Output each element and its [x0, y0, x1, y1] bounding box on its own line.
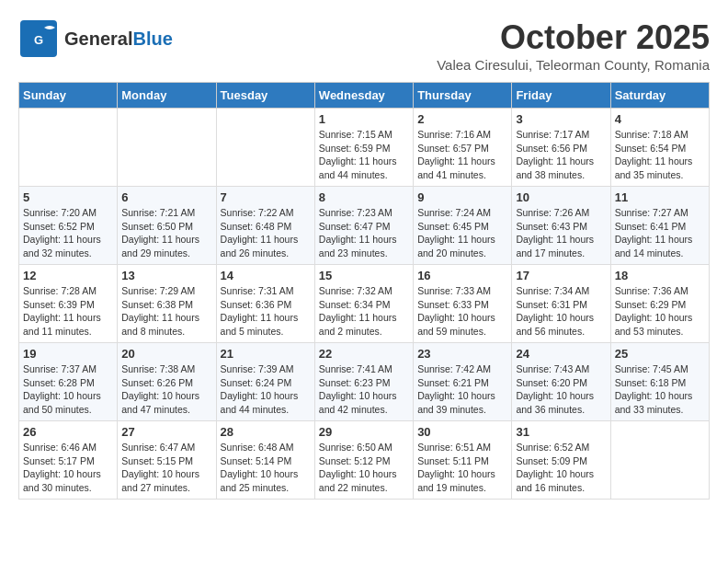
- svg-text:G: G: [34, 33, 43, 47]
- day-number: 5: [23, 190, 113, 204]
- day-number: 10: [516, 190, 606, 204]
- day-info: Sunrise: 7:15 AM Sunset: 6:59 PM Dayligh…: [319, 128, 409, 182]
- weekday-header-tuesday: Tuesday: [216, 83, 314, 109]
- calendar-cell: 1Sunrise: 7:15 AM Sunset: 6:59 PM Daylig…: [314, 109, 413, 187]
- day-number: 15: [319, 269, 409, 282]
- logo-blue: Blue: [132, 29, 172, 49]
- day-info: Sunrise: 6:52 AM Sunset: 5:09 PM Dayligh…: [516, 441, 606, 495]
- day-number: 31: [516, 425, 606, 439]
- calendar-week-row: 5Sunrise: 7:20 AM Sunset: 6:52 PM Daylig…: [19, 187, 710, 265]
- day-number: 6: [121, 190, 211, 204]
- calendar-cell: 31Sunrise: 6:52 AM Sunset: 5:09 PM Dayli…: [512, 421, 610, 500]
- day-info: Sunrise: 7:45 AM Sunset: 6:18 PM Dayligh…: [615, 362, 705, 417]
- calendar-cell: 22Sunrise: 7:41 AM Sunset: 6:23 PM Dayli…: [314, 343, 413, 421]
- calendar-cell: 2Sunrise: 7:16 AM Sunset: 6:57 PM Daylig…: [414, 109, 512, 187]
- day-info: Sunrise: 7:36 AM Sunset: 6:29 PM Dayligh…: [615, 284, 705, 339]
- day-number: 9: [417, 190, 507, 204]
- day-info: Sunrise: 7:41 AM Sunset: 6:23 PM Dayligh…: [319, 362, 409, 417]
- calendar-week-row: 26Sunrise: 6:46 AM Sunset: 5:17 PM Dayli…: [19, 421, 710, 500]
- day-info: Sunrise: 6:50 AM Sunset: 5:12 PM Dayligh…: [319, 441, 409, 495]
- weekday-header-friday: Friday: [512, 83, 610, 109]
- logo-general: General: [64, 29, 132, 49]
- day-number: 23: [417, 347, 507, 361]
- day-info: Sunrise: 7:27 AM Sunset: 6:41 PM Dayligh…: [615, 206, 705, 260]
- calendar-cell: 30Sunrise: 6:51 AM Sunset: 5:11 PM Dayli…: [414, 421, 512, 500]
- day-number: 13: [121, 269, 211, 282]
- day-number: 8: [319, 190, 409, 204]
- calendar-table: SundayMondayTuesdayWednesdayThursdayFrid…: [18, 82, 710, 500]
- day-info: Sunrise: 6:47 AM Sunset: 5:15 PM Dayligh…: [121, 441, 211, 495]
- calendar-cell: 4Sunrise: 7:18 AM Sunset: 6:54 PM Daylig…: [610, 109, 709, 187]
- day-number: 17: [516, 269, 606, 282]
- day-info: Sunrise: 7:33 AM Sunset: 6:33 PM Dayligh…: [417, 284, 507, 339]
- calendar-cell: [19, 109, 118, 187]
- day-info: Sunrise: 6:51 AM Sunset: 5:11 PM Dayligh…: [417, 441, 507, 495]
- calendar-cell: 14Sunrise: 7:31 AM Sunset: 6:36 PM Dayli…: [216, 265, 314, 343]
- calendar-cell: 24Sunrise: 7:43 AM Sunset: 6:20 PM Dayli…: [512, 343, 610, 421]
- calendar-cell: 26Sunrise: 6:46 AM Sunset: 5:17 PM Dayli…: [19, 421, 118, 500]
- location-subtitle: Valea Ciresului, Teleorman County, Roman…: [437, 57, 710, 73]
- day-number: 4: [615, 112, 705, 126]
- day-info: Sunrise: 7:21 AM Sunset: 6:50 PM Dayligh…: [121, 206, 211, 260]
- calendar-cell: 23Sunrise: 7:42 AM Sunset: 6:21 PM Dayli…: [414, 343, 512, 421]
- day-number: 18: [615, 269, 705, 282]
- day-info: Sunrise: 7:18 AM Sunset: 6:54 PM Dayligh…: [615, 128, 705, 182]
- day-number: 26: [23, 425, 113, 439]
- day-number: 2: [417, 112, 507, 126]
- calendar-cell: 19Sunrise: 7:37 AM Sunset: 6:28 PM Dayli…: [19, 343, 118, 421]
- day-info: Sunrise: 7:23 AM Sunset: 6:47 PM Dayligh…: [319, 206, 409, 260]
- calendar-cell: 5Sunrise: 7:20 AM Sunset: 6:52 PM Daylig…: [19, 187, 118, 265]
- day-number: 12: [23, 269, 113, 282]
- day-number: 14: [221, 269, 311, 282]
- day-number: 19: [23, 347, 113, 361]
- day-info: Sunrise: 7:26 AM Sunset: 6:43 PM Dayligh…: [516, 206, 606, 260]
- day-number: 22: [319, 347, 409, 361]
- day-number: 24: [516, 347, 606, 361]
- calendar-cell: 27Sunrise: 6:47 AM Sunset: 5:15 PM Dayli…: [118, 421, 216, 500]
- calendar-cell: 10Sunrise: 7:26 AM Sunset: 6:43 PM Dayli…: [512, 187, 610, 265]
- calendar-cell: 15Sunrise: 7:32 AM Sunset: 6:34 PM Dayli…: [314, 265, 413, 343]
- day-number: 28: [221, 425, 311, 439]
- calendar-week-row: 1Sunrise: 7:15 AM Sunset: 6:59 PM Daylig…: [19, 109, 710, 187]
- weekday-header-saturday: Saturday: [610, 83, 709, 109]
- day-info: Sunrise: 7:31 AM Sunset: 6:36 PM Dayligh…: [221, 284, 311, 339]
- month-title: October 2025: [437, 18, 710, 57]
- title-block: October 2025 Valea Ciresului, Teleorman …: [437, 18, 710, 73]
- calendar-cell: 12Sunrise: 7:28 AM Sunset: 6:39 PM Dayli…: [19, 265, 118, 343]
- calendar-cell: 21Sunrise: 7:39 AM Sunset: 6:24 PM Dayli…: [216, 343, 314, 421]
- weekday-header-thursday: Thursday: [414, 83, 512, 109]
- day-info: Sunrise: 7:43 AM Sunset: 6:20 PM Dayligh…: [516, 362, 606, 417]
- day-info: Sunrise: 7:42 AM Sunset: 6:21 PM Dayligh…: [417, 362, 507, 417]
- weekday-header-wednesday: Wednesday: [314, 83, 413, 109]
- day-number: 25: [615, 347, 705, 361]
- day-info: Sunrise: 7:37 AM Sunset: 6:28 PM Dayligh…: [23, 362, 113, 417]
- day-info: Sunrise: 7:16 AM Sunset: 6:57 PM Dayligh…: [417, 128, 507, 182]
- calendar-cell: 29Sunrise: 6:50 AM Sunset: 5:12 PM Dayli…: [314, 421, 413, 500]
- day-info: Sunrise: 7:17 AM Sunset: 6:56 PM Dayligh…: [516, 128, 606, 182]
- calendar-cell: 6Sunrise: 7:21 AM Sunset: 6:50 PM Daylig…: [118, 187, 216, 265]
- calendar-cell: [216, 109, 314, 187]
- logo: G GeneralBlue: [18, 18, 173, 59]
- calendar-week-row: 12Sunrise: 7:28 AM Sunset: 6:39 PM Dayli…: [19, 265, 710, 343]
- day-number: 3: [516, 112, 606, 126]
- day-info: Sunrise: 7:39 AM Sunset: 6:24 PM Dayligh…: [221, 362, 311, 417]
- day-info: Sunrise: 7:34 AM Sunset: 6:31 PM Dayligh…: [516, 284, 606, 339]
- calendar-cell: [118, 109, 216, 187]
- day-info: Sunrise: 7:20 AM Sunset: 6:52 PM Dayligh…: [23, 206, 113, 260]
- day-info: Sunrise: 7:28 AM Sunset: 6:39 PM Dayligh…: [23, 284, 113, 339]
- calendar-cell: 7Sunrise: 7:22 AM Sunset: 6:48 PM Daylig…: [216, 187, 314, 265]
- calendar-cell: 18Sunrise: 7:36 AM Sunset: 6:29 PM Dayli…: [610, 265, 709, 343]
- page-header: G GeneralBlue October 2025 Valea Ciresul…: [18, 18, 710, 73]
- calendar-cell: 9Sunrise: 7:24 AM Sunset: 6:45 PM Daylig…: [414, 187, 512, 265]
- calendar-cell: 25Sunrise: 7:45 AM Sunset: 6:18 PM Dayli…: [610, 343, 709, 421]
- calendar-cell: 17Sunrise: 7:34 AM Sunset: 6:31 PM Dayli…: [512, 265, 610, 343]
- day-info: Sunrise: 6:46 AM Sunset: 5:17 PM Dayligh…: [23, 441, 113, 495]
- weekday-header-sunday: Sunday: [19, 83, 118, 109]
- calendar-cell: 8Sunrise: 7:23 AM Sunset: 6:47 PM Daylig…: [314, 187, 413, 265]
- day-number: 21: [221, 347, 311, 361]
- calendar-cell: 11Sunrise: 7:27 AM Sunset: 6:41 PM Dayli…: [610, 187, 709, 265]
- calendar-cell: 13Sunrise: 7:29 AM Sunset: 6:38 PM Dayli…: [118, 265, 216, 343]
- day-number: 29: [319, 425, 409, 439]
- day-info: Sunrise: 7:22 AM Sunset: 6:48 PM Dayligh…: [221, 206, 311, 260]
- day-number: 27: [121, 425, 211, 439]
